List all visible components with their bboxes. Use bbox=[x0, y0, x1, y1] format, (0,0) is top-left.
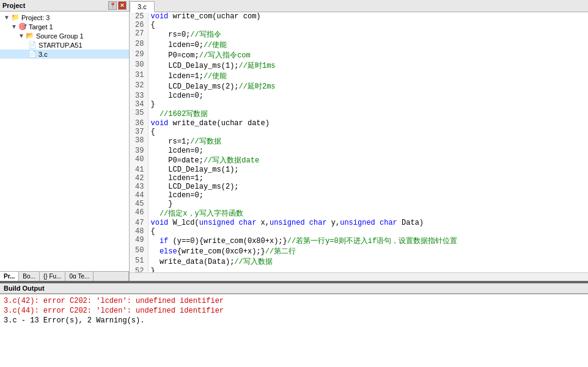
table-row: 52 } bbox=[130, 267, 588, 272]
table-row: 37 { bbox=[130, 128, 588, 136]
panel-title: Project bbox=[2, 2, 25, 9]
line-number: 34 bbox=[130, 100, 148, 109]
line-code: P0=date;//写入数据date bbox=[148, 155, 588, 165]
top-area: Project 📍 ✕ ▼ 📁 Project: 3 ▼ bbox=[0, 0, 588, 281]
main-container: Project 📍 ✕ ▼ 📁 Project: 3 ▼ bbox=[0, 0, 588, 367]
table-row: 46 //指定x，y写入字符函数 bbox=[130, 208, 588, 219]
build-line-3: 3.c - 13 Error(s), 2 Warning(s). bbox=[4, 316, 584, 325]
line-code: //1602写数据 bbox=[148, 109, 588, 119]
build-line-2: 3.c(44): error C202: 'lcden': undefined … bbox=[4, 306, 584, 316]
line-code: void write_date(uchar date) bbox=[148, 119, 588, 128]
table-row: 34 } bbox=[130, 100, 588, 109]
line-number: 51 bbox=[130, 256, 148, 267]
table-row: 29 P0=com;//写入指令com bbox=[130, 50, 588, 60]
table-row: 50 else{write_com(0xc0+x);}//第二行 bbox=[130, 246, 588, 256]
project-label: Project: 3 bbox=[21, 14, 50, 21]
line-code: lcden=0;//使能 bbox=[148, 40, 588, 50]
expand-icon-target: ▼ bbox=[11, 23, 17, 30]
line-code: void W_lcd(unsigned char x,unsigned char… bbox=[148, 219, 588, 227]
line-code: lcden=1; bbox=[148, 174, 588, 183]
tree-item-startup[interactable]: 📄 STARTUP.A51 bbox=[0, 40, 129, 49]
line-number: 35 bbox=[130, 109, 148, 119]
file-icon-main: 📄 bbox=[28, 50, 37, 58]
tree-item-sourcegroup[interactable]: ▼ 📂 Source Group 1 bbox=[0, 31, 129, 40]
line-number: 43 bbox=[130, 183, 148, 191]
project-icon: 📁 bbox=[11, 13, 20, 21]
build-content: 3.c(42): error C202: 'lcden': undefined … bbox=[0, 294, 588, 327]
target-label: Target 1 bbox=[29, 23, 53, 31]
table-row: 33 lcden=0; bbox=[130, 92, 588, 100]
line-number: 42 bbox=[130, 174, 148, 183]
line-number: 31 bbox=[130, 71, 148, 81]
left-panel: Project 📍 ✕ ▼ 📁 Project: 3 ▼ bbox=[0, 0, 130, 281]
line-number: 32 bbox=[130, 81, 148, 92]
line-number: 38 bbox=[130, 136, 148, 147]
build-output: 3.c(42): error C202: 'lcden': undefined … bbox=[0, 294, 588, 367]
table-row: 44 lcden=0; bbox=[130, 191, 588, 200]
panel-header: Project 📍 ✕ bbox=[0, 0, 129, 12]
pin-icon[interactable]: 📍 bbox=[108, 1, 117, 10]
line-number: 48 bbox=[130, 227, 148, 236]
expand-icon-sg: ▼ bbox=[18, 32, 24, 39]
line-number: 47 bbox=[130, 219, 148, 227]
tree-item-target[interactable]: ▼ 🎯 Target 1 bbox=[0, 22, 129, 31]
line-code: //指定x，y写入字符函数 bbox=[148, 208, 588, 219]
line-code: rs=1;//写数据 bbox=[148, 136, 588, 147]
main-label: 3.c bbox=[39, 51, 48, 58]
panel-header-icons: 📍 ✕ bbox=[108, 1, 127, 10]
line-code: LCD_Delay_ms(1);//延时1ms bbox=[148, 60, 588, 71]
line-code: } bbox=[148, 200, 588, 208]
line-code: rs=0;//写指令 bbox=[148, 29, 588, 40]
table-row: 28 lcden=0;//使能 bbox=[130, 40, 588, 50]
table-row: 49 if (y==0){write_com(0x80+x);}//若第一行y=… bbox=[130, 236, 588, 246]
code-editor[interactable]: 25 void write_com(uchar com) 26 { 27 rs=… bbox=[130, 12, 588, 272]
table-row: 35 //1602写数据 bbox=[130, 109, 588, 119]
table-row: 31 lcden=1;//使能 bbox=[130, 71, 588, 81]
tab-functions[interactable]: {} Fu... bbox=[40, 272, 65, 281]
line-code: lcden=0; bbox=[148, 191, 588, 200]
table-row: 41 LCD_Delay_ms(1); bbox=[130, 165, 588, 174]
line-code: { bbox=[148, 128, 588, 136]
line-number: 49 bbox=[130, 236, 148, 246]
line-code: LCD_Delay_ms(1); bbox=[148, 165, 588, 174]
close-icon[interactable]: ✕ bbox=[118, 1, 127, 10]
line-number: 28 bbox=[130, 40, 148, 50]
line-number: 41 bbox=[130, 165, 148, 174]
tab-project[interactable]: Pr... bbox=[0, 272, 19, 281]
line-number: 27 bbox=[130, 29, 148, 40]
editor-tab-main[interactable]: 3.c bbox=[130, 1, 155, 12]
project-tree: ▼ 📁 Project: 3 ▼ 🎯 Target 1 ▼ 📂 Source G… bbox=[0, 12, 129, 271]
table-row: 25 void write_com(uchar com) bbox=[130, 12, 588, 21]
line-code: { bbox=[148, 227, 588, 236]
line-code: lcden=1;//使能 bbox=[148, 71, 588, 81]
horizontal-scrollbar[interactable] bbox=[130, 272, 588, 281]
line-number: 36 bbox=[130, 119, 148, 128]
tree-item-main[interactable]: 📄 3.c bbox=[0, 49, 129, 59]
line-number: 26 bbox=[130, 21, 148, 29]
tab-books[interactable]: Bo... bbox=[19, 272, 40, 281]
editor-area: 3.c 25 void write_com(uchar com) 26 { bbox=[130, 0, 588, 281]
line-number: 40 bbox=[130, 155, 148, 165]
table-row: 45 } bbox=[130, 200, 588, 208]
tab-templates[interactable]: 0α Te... bbox=[65, 272, 94, 281]
table-row: 47 void W_lcd(unsigned char x,unsigned c… bbox=[130, 219, 588, 227]
line-code: { bbox=[148, 21, 588, 29]
line-code: } bbox=[148, 267, 588, 272]
line-number: 52 bbox=[130, 267, 148, 272]
line-code: void write_com(uchar com) bbox=[148, 12, 588, 21]
tree-item-project[interactable]: ▼ 📁 Project: 3 bbox=[0, 13, 129, 22]
folder-icon: 📂 bbox=[26, 32, 34, 40]
table-row: 51 write_data(Data);//写入数据 bbox=[130, 256, 588, 267]
line-code: write_data(Data);//写入数据 bbox=[148, 256, 588, 267]
line-number: 29 bbox=[130, 50, 148, 60]
table-row: 36 void write_date(uchar date) bbox=[130, 119, 588, 128]
line-number: 44 bbox=[130, 191, 148, 200]
line-number: 33 bbox=[130, 92, 148, 100]
table-row: 32 LCD_Delay_ms(2);//延时2ms bbox=[130, 81, 588, 92]
build-output-header: Build Output bbox=[0, 282, 588, 294]
line-number: 46 bbox=[130, 208, 148, 219]
line-code: P0=com;//写入指令com bbox=[148, 50, 588, 60]
table-row: 39 lcden=0; bbox=[130, 147, 588, 155]
table-row: 43 LCD_Delay_ms(2); bbox=[130, 183, 588, 191]
line-number: 45 bbox=[130, 200, 148, 208]
